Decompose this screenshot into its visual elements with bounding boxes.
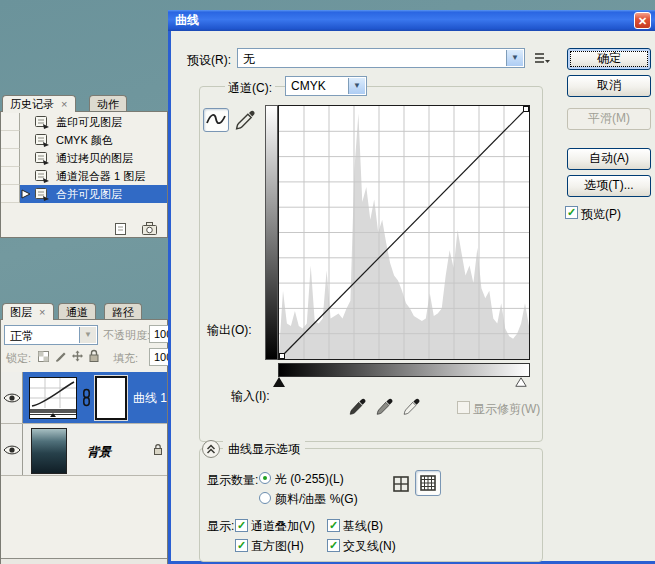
layers-panel-body: 正常 ▼ 不透明度: 100% 锁定: 填充: 100% 曲线 1 xyxy=(0,319,168,564)
grid-4x4-icon xyxy=(420,475,436,491)
cancel-button[interactable]: 取消 xyxy=(567,75,651,97)
history-state-icon xyxy=(34,151,50,165)
layer-row-background[interactable]: 背景 xyxy=(1,424,167,476)
ok-button[interactable]: 确定 xyxy=(567,48,651,70)
detailed-grid-button[interactable] xyxy=(415,470,441,496)
opacity-field[interactable]: 100% xyxy=(149,325,169,343)
history-item[interactable]: CMYK 颜色 xyxy=(1,131,167,149)
dialog-title: 曲线 xyxy=(175,10,199,31)
history-source-cell[interactable] xyxy=(1,167,20,185)
options-button[interactable]: 选项(T)... xyxy=(567,175,651,197)
tab-layers[interactable]: 图层 × xyxy=(2,303,54,320)
options-button-label: 选项(T)... xyxy=(584,178,633,192)
intersection-label: 交叉线(N) xyxy=(343,538,396,555)
grid-2x2-icon[interactable] xyxy=(393,476,409,492)
pencil-tool-icon[interactable] xyxy=(233,108,257,132)
preset-options-icon[interactable] xyxy=(533,51,551,66)
tab-close-icon[interactable]: × xyxy=(61,98,67,110)
history-item[interactable]: 通过拷贝的图层 xyxy=(1,149,167,167)
history-source-cell[interactable] xyxy=(1,113,20,131)
lock-brush-icon[interactable] xyxy=(54,350,67,363)
chevron-down-icon[interactable]: ▼ xyxy=(348,78,365,94)
pigment-radio[interactable] xyxy=(259,492,271,504)
layer-mask-thumbnail[interactable] xyxy=(95,376,127,420)
channel-overlay-label: 通道叠加(V) xyxy=(251,518,315,535)
channel-overlay-checkbox[interactable]: ✓ xyxy=(235,519,248,532)
history-item[interactable]: 盖印可见图层 xyxy=(1,113,167,131)
tab-actions[interactable]: 动作 xyxy=(89,95,127,112)
history-source-cell[interactable] xyxy=(1,149,20,167)
new-snapshot-camera-icon[interactable] xyxy=(141,221,158,236)
history-item[interactable]: 通道混合器 1 图层 xyxy=(1,167,167,185)
history-panel-body: 盖印可见图层 CMYK 颜色 通过拷贝的图层 通道混合器 1 图层 xyxy=(0,111,168,238)
preset-select[interactable]: 无 ▼ xyxy=(237,48,525,68)
visibility-toggle[interactable] xyxy=(1,372,23,423)
baseline-label: 基线(B) xyxy=(343,518,383,535)
history-state-icon xyxy=(34,169,50,183)
eye-icon xyxy=(3,392,21,404)
light-radio[interactable] xyxy=(259,472,271,484)
light-radio-label: 光 (0-255)(L) xyxy=(275,471,344,488)
tab-close-icon[interactable]: × xyxy=(39,306,45,318)
input-label: 输入(I): xyxy=(231,388,270,405)
baseline-checkbox[interactable]: ✓ xyxy=(327,519,340,532)
highlight-input-slider[interactable] xyxy=(515,377,527,387)
lock-move-icon[interactable] xyxy=(71,350,84,363)
layer-row-curves[interactable]: 曲线 1 xyxy=(1,372,167,424)
white-point-eyedropper-icon[interactable] xyxy=(403,398,420,417)
history-item-label: 合并可见图层 xyxy=(56,185,122,203)
black-point-eyedropper-icon[interactable] xyxy=(349,398,366,417)
chevron-down-icon[interactable]: ▼ xyxy=(506,50,523,66)
layers-bottom-bar xyxy=(1,558,167,564)
show-clipping-label: 显示修剪(W) xyxy=(473,401,540,418)
history-bottom-bar xyxy=(1,220,167,238)
intersection-checkbox[interactable]: ✓ xyxy=(327,539,340,552)
opacity-label: 不透明度: xyxy=(103,328,150,343)
chevron-down-icon[interactable]: ▼ xyxy=(79,327,96,343)
tab-history[interactable]: 历史记录 × xyxy=(2,95,76,112)
layers-panel: 图层 × 通道 路径 正常 ▼ 不透明度: 100% 锁定: 填充: 100% xyxy=(0,303,168,564)
history-item-label: 通过拷贝的图层 xyxy=(56,149,133,167)
history-source-cell[interactable] xyxy=(1,185,20,203)
smooth-button-label: 平滑(M) xyxy=(588,111,630,125)
show-clipping-checkbox: ✓ xyxy=(457,401,470,414)
curve-graph-svg xyxy=(279,106,529,359)
lock-all-icon[interactable] xyxy=(88,349,100,363)
layer-selected-area[interactable]: 曲线 1 xyxy=(23,372,167,423)
history-source-cell[interactable] xyxy=(1,131,20,149)
cancel-button-label: 取消 xyxy=(597,78,621,92)
close-button[interactable]: ✕ xyxy=(634,12,651,29)
curve-tool-button[interactable] xyxy=(203,108,229,132)
layer-name: 背景 xyxy=(87,444,111,461)
channel-select[interactable]: CMYK ▼ xyxy=(285,76,367,96)
history-brush-pointer-icon[interactable] xyxy=(21,189,31,199)
dialog-titlebar[interactable]: 曲线 ✕ xyxy=(168,10,655,31)
output-label: 输出(O): xyxy=(207,322,252,339)
link-icon[interactable] xyxy=(81,388,92,407)
chevrons-up-icon xyxy=(203,441,219,457)
lock-transparency-icon[interactable] xyxy=(37,350,50,363)
histogram-checkbox[interactable]: ✓ xyxy=(235,539,248,552)
preview-checkbox[interactable]: ✓ xyxy=(565,206,578,219)
collapse-button[interactable] xyxy=(202,440,220,458)
curves-adjustment-thumbnail[interactable] xyxy=(29,377,77,419)
blend-mode-select[interactable]: 正常 ▼ xyxy=(4,325,98,345)
history-state-icon xyxy=(34,115,50,129)
gray-point-eyedropper-icon[interactable] xyxy=(376,398,393,417)
auto-button[interactable]: 自动(A) xyxy=(567,148,651,170)
preset-value: 无 xyxy=(243,51,255,68)
tab-channels[interactable]: 通道 xyxy=(58,303,96,320)
tab-paths[interactable]: 路径 xyxy=(104,303,142,320)
eye-icon xyxy=(3,444,21,456)
fill-field[interactable]: 100% xyxy=(149,348,169,366)
background-thumbnail[interactable] xyxy=(31,428,67,474)
channel-label: 通道(C): xyxy=(225,80,275,97)
history-item-selected[interactable]: 合并可见图层 xyxy=(1,185,167,203)
history-item-label: 盖印可见图层 xyxy=(56,113,122,131)
new-document-from-state-icon[interactable] xyxy=(113,222,128,236)
curve-graph[interactable] xyxy=(278,105,530,360)
layer-name: 曲线 1 xyxy=(133,390,167,407)
input-gradient-bar xyxy=(278,363,530,377)
visibility-toggle[interactable] xyxy=(1,424,23,475)
shadow-input-slider[interactable] xyxy=(273,377,285,387)
